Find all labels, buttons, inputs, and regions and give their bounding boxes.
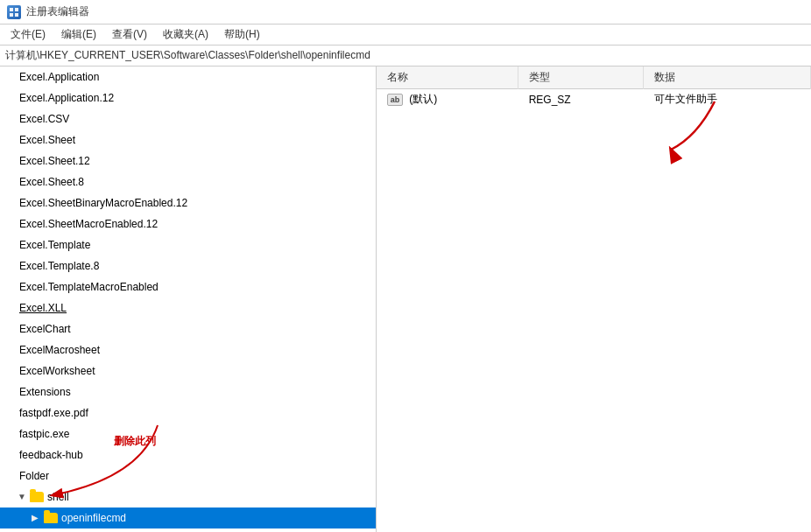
chevron-icon: ▼: [18, 488, 26, 506]
item-label: shell: [47, 488, 69, 506]
svg-rect-1: [15, 8, 18, 11]
title-bar: 注册表编辑器: [0, 0, 811, 24]
list-item[interactable]: Excel.CSV: [0, 108, 376, 130]
address-path: 计算机\HKEY_CURRENT_USER\Software\Classes\F…: [5, 48, 370, 63]
list-item[interactable]: ExcelChart: [0, 318, 376, 340]
item-label: Excel.TemplateMacroEnabled: [19, 278, 159, 296]
regedit-icon: [7, 5, 21, 19]
item-label: Excel.XLL: [19, 299, 67, 317]
list-item-shell[interactable]: ▼ shell: [0, 486, 376, 508]
col-name: 名称: [377, 66, 518, 89]
item-label: ExcelChart: [19, 320, 71, 338]
list-item[interactable]: fastpdf.exe.pdf: [0, 402, 376, 424]
menu-edit[interactable]: 编辑(E): [54, 25, 103, 44]
list-item[interactable]: Excel.Sheet.12: [0, 150, 376, 172]
item-label: Excel.Sheet.8: [19, 173, 84, 191]
item-label: Excel.Application: [19, 68, 99, 86]
list-item[interactable]: Excel.SheetBinaryMacroEnabled.12: [0, 192, 376, 214]
item-label: Folder: [19, 467, 49, 485]
cell-type: REG_SZ: [518, 89, 644, 110]
menu-file[interactable]: 文件(E): [4, 25, 53, 44]
folder-icon: [30, 492, 44, 502]
item-label: ExcelMacrosheet: [19, 341, 100, 359]
item-label: Excel.SheetBinaryMacroEnabled.12: [19, 194, 187, 212]
item-label: Extensions: [19, 383, 71, 401]
item-label: Excel.Application.12: [19, 89, 114, 107]
col-data: 数据: [644, 66, 811, 89]
menu-bar: 文件(E) 编辑(E) 查看(V) 收藏夹(A) 帮助(H): [0, 24, 811, 46]
list-item[interactable]: Excel.Application.12: [0, 88, 376, 108]
item-label: fastpdf.exe.pdf: [19, 404, 88, 422]
svg-rect-0: [10, 8, 13, 11]
svg-rect-3: [15, 13, 18, 17]
item-label: Excel.Template: [19, 236, 90, 254]
main-content: Excel.Application Excel.Application.12 E…: [0, 66, 811, 532]
list-item[interactable]: ExcelWorksheet: [0, 360, 376, 382]
table-row[interactable]: ab (默认) REG_SZ 可牛文件助手: [377, 89, 811, 110]
cell-name: ab (默认): [377, 89, 518, 110]
list-item[interactable]: Excel.Sheet: [0, 130, 376, 150]
cell-data: 可牛文件助手: [644, 89, 811, 110]
item-label: Excel.Template.8: [19, 257, 99, 275]
right-panel: 名称 类型 数据 ab (默认) REG_SZ 可牛文件助手: [377, 66, 811, 532]
list-item[interactable]: fastpic.exe: [0, 424, 376, 444]
list-item[interactable]: Extensions: [0, 382, 376, 402]
list-item[interactable]: Excel.Template: [0, 234, 376, 256]
title-bar-text: 注册表编辑器: [26, 4, 89, 19]
item-label: Excel.Sheet: [19, 131, 75, 149]
menu-view[interactable]: 查看(V): [105, 25, 154, 44]
item-label: feedback-hub: [19, 446, 83, 464]
list-item-openinfilecmd[interactable]: ▶ openinfilecmd: [0, 508, 376, 528]
list-item[interactable]: Excel.XLL: [0, 298, 376, 318]
registry-table: 名称 类型 数据 ab (默认) REG_SZ 可牛文件助手: [377, 66, 811, 109]
list-item[interactable]: Excel.Sheet.8: [0, 172, 376, 192]
value-name-text: (默认): [409, 93, 437, 105]
list-item[interactable]: ExcelMacrosheet: [0, 340, 376, 360]
list-item[interactable]: Excel.TemplateMacroEnabled: [0, 276, 376, 298]
list-item[interactable]: Excel.Template.8: [0, 256, 376, 276]
col-type: 类型: [518, 66, 644, 89]
address-bar: 计算机\HKEY_CURRENT_USER\Software\Classes\F…: [0, 46, 811, 66]
item-label: openinfilecmd: [61, 509, 126, 527]
folder-icon: [44, 513, 58, 523]
list-item[interactable]: Folder: [0, 466, 376, 486]
item-label: fastpic.exe: [19, 425, 69, 443]
left-panel[interactable]: Excel.Application Excel.Application.12 E…: [0, 66, 377, 532]
item-label: Excel.CSV: [19, 110, 69, 128]
menu-help[interactable]: 帮助(H): [217, 25, 267, 44]
item-label: ExcelWorksheet: [19, 362, 95, 380]
reg-value-icon: ab: [387, 94, 403, 106]
item-label: Excel.SheetMacroEnabled.12: [19, 215, 158, 233]
list-item[interactable]: feedback-hub: [0, 444, 376, 466]
list-item[interactable]: Excel.Application: [0, 66, 376, 88]
menu-favorites[interactable]: 收藏夹(A): [156, 25, 215, 44]
chevron-expand-icon: ▶: [32, 509, 40, 527]
item-label: Excel.Sheet.12: [19, 152, 90, 170]
svg-rect-2: [10, 13, 13, 17]
list-item[interactable]: Excel.SheetMacroEnabled.12: [0, 214, 376, 234]
